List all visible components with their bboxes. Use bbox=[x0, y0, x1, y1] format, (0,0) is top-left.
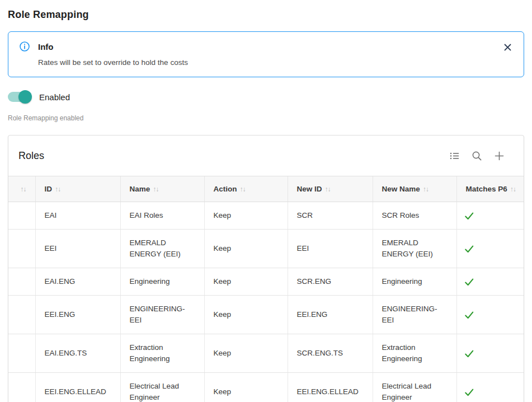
roles-card-header: Roles bbox=[8, 135, 524, 176]
sort-icon: ↑↓ bbox=[325, 185, 331, 193]
role-remapping-page: Role Remapping Info Rates will be set to… bbox=[0, 0, 532, 402]
cell-matches-p6 bbox=[456, 334, 524, 373]
column-header-sort[interactable]: ↑↓ bbox=[8, 176, 35, 202]
row-handle-cell bbox=[8, 230, 35, 268]
close-icon[interactable] bbox=[500, 39, 515, 55]
column-header-new-name[interactable]: New Name↑↓ bbox=[373, 176, 456, 202]
roles-card-title: Roles bbox=[18, 150, 44, 162]
page-title: Role Remapping bbox=[8, 9, 524, 21]
row-handle-cell bbox=[8, 268, 35, 296]
cell-matches-p6 bbox=[456, 268, 524, 296]
cell-id: EEI.ENG bbox=[35, 296, 120, 334]
cell-name: EMERALD ENERGY (EEI) bbox=[120, 230, 204, 268]
column-header-matches-p6[interactable]: Matches P6↑↓ bbox=[456, 176, 524, 202]
cell-new-id: SCR.ENG bbox=[288, 268, 373, 296]
table-row[interactable]: EEI.ENG.ELLEAD Electrical Lead Engineer … bbox=[8, 373, 524, 402]
cell-new-name: Engineering bbox=[373, 268, 456, 296]
cell-matches-p6 bbox=[456, 230, 524, 268]
cell-id: EAI bbox=[35, 202, 120, 230]
cell-name: Extraction Engineering bbox=[120, 334, 204, 373]
toggle-label: Enabled bbox=[39, 92, 70, 102]
info-alert: Info Rates will be set to override to ho… bbox=[8, 31, 524, 77]
cell-new-id: SCR bbox=[288, 202, 373, 230]
row-handle-cell bbox=[8, 334, 35, 373]
sort-icon: ↑↓ bbox=[423, 185, 429, 193]
search-icon[interactable] bbox=[469, 148, 484, 163]
enabled-toggle-row: Enabled bbox=[8, 91, 524, 102]
alert-title: Info bbox=[38, 42, 54, 52]
info-alert-header: Info bbox=[20, 41, 497, 52]
cell-new-id: SCR.ENG.TS bbox=[288, 334, 373, 373]
cell-id: EAI.ENG.TS bbox=[35, 334, 120, 373]
cell-action: Keep bbox=[204, 268, 288, 296]
cell-action: Keep bbox=[204, 334, 288, 373]
cell-new-name: Extraction Engineering bbox=[373, 334, 456, 373]
roles-toolbar bbox=[446, 148, 514, 163]
cell-new-name: ENGINEERING-EEI bbox=[373, 296, 456, 334]
check-icon bbox=[464, 244, 474, 254]
cell-action: Keep bbox=[204, 373, 288, 402]
check-icon bbox=[464, 277, 474, 287]
sort-icon: ↑↓ bbox=[20, 185, 26, 193]
table-header-row: ↑↓ ID↑↓ Name↑↓ Action↑↓ New ID↑↓ New Nam… bbox=[8, 176, 524, 202]
table-row[interactable]: EAI.ENG Engineering Keep SCR.ENG Enginee… bbox=[8, 268, 524, 296]
column-header-action[interactable]: Action↑↓ bbox=[204, 176, 288, 202]
toggle-helper-text: Role Remapping enabled bbox=[8, 114, 524, 122]
cell-name: EAI Roles bbox=[120, 202, 204, 230]
cell-action: Keep bbox=[204, 230, 288, 268]
cell-name: Engineering bbox=[120, 268, 204, 296]
alert-message: Rates will be set to override to hold th… bbox=[38, 58, 497, 67]
toggle-thumb bbox=[18, 90, 32, 104]
sort-icon: ↑↓ bbox=[240, 185, 246, 193]
table-row[interactable]: EEI.ENG ENGINEERING-EEI Keep EEI.ENG ENG… bbox=[8, 296, 524, 334]
roles-table: ↑↓ ID↑↓ Name↑↓ Action↑↓ New ID↑↓ New Nam… bbox=[8, 176, 524, 402]
cell-action: Keep bbox=[204, 202, 288, 230]
info-icon bbox=[20, 41, 30, 52]
cell-matches-p6 bbox=[456, 296, 524, 334]
column-header-id[interactable]: ID↑↓ bbox=[35, 176, 120, 202]
row-handle-cell bbox=[8, 202, 35, 230]
cell-new-id: EEI.ENG bbox=[288, 296, 373, 334]
table-row[interactable]: EEI EMERALD ENERGY (EEI) Keep EEI EMERAL… bbox=[8, 230, 524, 268]
row-handle-cell bbox=[8, 373, 35, 402]
cell-id: EAI.ENG bbox=[35, 268, 120, 296]
cell-new-id: EEI.ENG.ELLEAD bbox=[288, 373, 373, 402]
roles-card: Roles bbox=[8, 135, 524, 402]
cell-new-name: SCR Roles bbox=[373, 202, 456, 230]
check-icon bbox=[464, 348, 474, 359]
check-icon bbox=[464, 387, 474, 398]
sort-icon: ↑↓ bbox=[510, 185, 516, 193]
table-row[interactable]: EAI.ENG.TS Extraction Engineering Keep S… bbox=[8, 334, 524, 373]
cell-new-name: EMERALD ENERGY (EEI) bbox=[373, 230, 456, 268]
cell-matches-p6 bbox=[456, 373, 524, 402]
check-icon bbox=[464, 310, 474, 320]
cell-new-id: EEI bbox=[288, 230, 373, 268]
cell-matches-p6 bbox=[456, 202, 524, 230]
sort-icon: ↑↓ bbox=[153, 185, 158, 193]
sort-icon: ↑↓ bbox=[55, 185, 60, 193]
cell-id: EEI bbox=[35, 230, 120, 268]
add-icon[interactable] bbox=[491, 148, 507, 163]
row-handle-cell bbox=[8, 296, 35, 334]
cell-action: Keep bbox=[204, 296, 288, 334]
column-header-new-id[interactable]: New ID↑↓ bbox=[288, 176, 373, 202]
cell-name: Electrical Lead Engineer bbox=[120, 373, 204, 402]
enabled-toggle[interactable] bbox=[8, 91, 31, 102]
cell-name: ENGINEERING-EEI bbox=[120, 296, 204, 334]
cell-id: EEI.ENG.ELLEAD bbox=[35, 373, 120, 402]
check-icon bbox=[464, 211, 474, 221]
column-header-name[interactable]: Name↑↓ bbox=[120, 176, 204, 202]
cell-new-name: Electrical Lead Engineer bbox=[373, 373, 456, 402]
table-row[interactable]: EAI EAI Roles Keep SCR SCR Roles bbox=[8, 202, 524, 230]
list-view-icon[interactable] bbox=[446, 148, 462, 163]
